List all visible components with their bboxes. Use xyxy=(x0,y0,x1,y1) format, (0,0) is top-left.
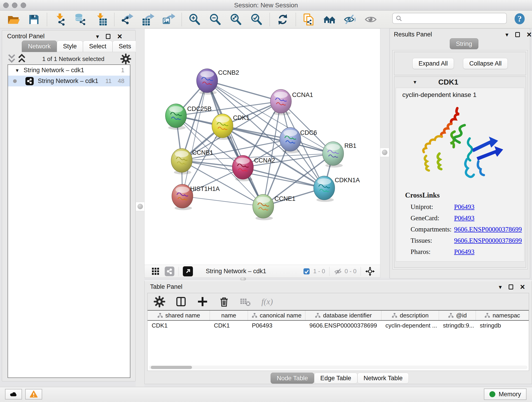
open-session-icon[interactable] xyxy=(6,13,20,26)
column-header--id[interactable]: @id xyxy=(439,310,476,320)
tab-sets[interactable]: Sets xyxy=(113,41,137,52)
table-cell[interactable]: 9606.ENSP00000378699 xyxy=(305,320,381,331)
divider-handle[interactable] xyxy=(380,148,389,157)
zoom-selected-icon[interactable] xyxy=(250,13,264,26)
import-database-icon[interactable] xyxy=(74,13,88,26)
node-RB1[interactable]: RB1 xyxy=(323,142,356,167)
zoom-in-icon[interactable] xyxy=(188,13,202,26)
table-row[interactable]: CDK1CDK1P064939606.ENSP00000378699cyclin… xyxy=(147,320,529,331)
panel-divider-left[interactable] xyxy=(136,28,144,387)
save-session-icon[interactable] xyxy=(27,13,41,26)
network-row-selected[interactable]: String Network – cdk1 11 48 xyxy=(8,76,130,86)
memory-button[interactable]: Memory xyxy=(484,389,526,400)
table-cell[interactable]: stringdb:9... xyxy=(439,320,476,331)
table-panel-close-icon[interactable]: × xyxy=(520,284,525,290)
function-builder-icon: f(x) xyxy=(261,295,273,308)
table-cell[interactable]: CDK1 xyxy=(210,320,248,331)
help-button[interactable]: ? xyxy=(513,12,526,26)
export-image-icon[interactable] xyxy=(162,13,176,26)
table-horizontal-scrollbar[interactable] xyxy=(149,366,527,369)
tab-network[interactable]: Network xyxy=(22,41,57,52)
column-header-shared-name[interactable]: shared name xyxy=(147,310,210,320)
search-box[interactable] xyxy=(392,13,507,24)
crosslink-value-link[interactable]: 9606.ENSP00000378699 xyxy=(454,237,522,244)
export-table-icon[interactable] xyxy=(141,13,155,26)
zoom-fit-icon[interactable] xyxy=(229,13,243,26)
tab-style[interactable]: Style xyxy=(57,41,83,52)
node-CDKN1A[interactable]: CDKN1A xyxy=(314,176,360,202)
share-network-icon[interactable] xyxy=(165,267,174,276)
column-header-name[interactable]: name xyxy=(210,310,248,320)
node-CCNB1[interactable]: CCNB1 xyxy=(171,148,213,174)
expand-all-button[interactable]: Expand All xyxy=(412,58,454,69)
network-canvas[interactable]: CCNB2CCNA1CDC25BCDK1CDC6RB1CCNB1CCNA2CDK… xyxy=(145,29,380,265)
add-column-icon[interactable] xyxy=(196,295,209,308)
node-CDC6[interactable]: CDC6 xyxy=(280,128,317,153)
network-view-title: String Network – cdk1 xyxy=(206,268,266,275)
cloud-button[interactable] xyxy=(5,389,22,400)
crosslink-value-link[interactable]: 9606.ENSP00000378699 xyxy=(454,225,522,233)
home-icon[interactable] xyxy=(323,13,336,26)
panel-divider-right[interactable] xyxy=(380,28,389,278)
table-panel-float-icon[interactable] xyxy=(509,284,513,289)
divider-handle[interactable] xyxy=(136,202,145,211)
external-link-icon[interactable] xyxy=(183,266,193,276)
network-options-gear-icon[interactable] xyxy=(120,54,132,64)
export-network-icon[interactable] xyxy=(120,13,134,26)
column-header-description[interactable]: description xyxy=(381,310,439,320)
graphics-details-icon[interactable] xyxy=(343,13,357,26)
control-panel-close-icon[interactable]: × xyxy=(117,33,122,40)
table-cell[interactable]: cyclin-dependent ... xyxy=(381,320,439,331)
import-table-icon[interactable] xyxy=(94,13,108,26)
control-panel-float-icon[interactable] xyxy=(106,34,110,39)
table-cell[interactable]: P06493 xyxy=(248,320,305,331)
delete-column-icon[interactable] xyxy=(218,295,230,308)
results-panel-close-icon[interactable]: × xyxy=(527,32,532,38)
network-collection-row[interactable]: ▾ String Network – cdk1 1 xyxy=(8,65,130,76)
crosslink-value-link[interactable]: P06493 xyxy=(454,248,475,255)
scrollbar-thumb[interactable] xyxy=(151,366,192,369)
tree-expand-icon[interactable]: ▾ xyxy=(16,67,19,74)
import-network-icon[interactable] xyxy=(53,13,67,26)
gene-expand-icon[interactable]: ▾ xyxy=(413,79,416,85)
collapse-all-button[interactable]: Collapse All xyxy=(463,58,508,69)
table-cell[interactable]: stringdb xyxy=(476,320,529,331)
network-view[interactable]: CCNB2CCNA1CDC25BCDK1CDC6RB1CCNB1CCNA2CDK… xyxy=(144,28,380,278)
tab-edge-table[interactable]: Edge Table xyxy=(314,373,357,384)
crosslink-value-link[interactable]: P06493 xyxy=(454,203,475,211)
search-input[interactable] xyxy=(404,15,503,22)
column-header-database-identifier[interactable]: database identifier xyxy=(305,310,381,320)
refresh-network-icon[interactable] xyxy=(276,13,290,26)
node-CDK1[interactable]: CDK1 xyxy=(212,114,249,140)
gene-header-row[interactable]: ▾ CDK1 xyxy=(394,77,526,87)
clone-network-icon[interactable] xyxy=(302,13,316,26)
column-header-canonical-name[interactable]: canonical name xyxy=(248,310,305,320)
divider-handle[interactable] xyxy=(240,277,246,281)
chevron-double-down-icon[interactable] xyxy=(7,54,17,64)
eye-gray-icon[interactable] xyxy=(364,13,378,26)
hidden-eye-slash-icon[interactable] xyxy=(334,267,342,276)
control-panel-collapse-icon[interactable]: ▾ xyxy=(96,33,99,39)
tab-select[interactable]: Select xyxy=(83,41,113,52)
results-panel-float-icon[interactable] xyxy=(515,32,520,37)
node-CCNA1[interactable]: CCNA1 xyxy=(270,89,313,115)
node-HIST1H1A[interactable]: HIST1H1A xyxy=(172,184,220,210)
grid-view-icon[interactable] xyxy=(151,267,161,276)
tab-string[interactable]: String xyxy=(450,38,478,49)
selected-checkbox-icon[interactable] xyxy=(303,268,310,275)
zoom-out-icon[interactable] xyxy=(209,13,222,26)
tab-node-table[interactable]: Node Table xyxy=(271,373,314,384)
chevron-double-up-icon[interactable] xyxy=(17,54,27,64)
column-header-namespac[interactable]: namespac xyxy=(476,310,529,320)
split-columns-icon[interactable] xyxy=(175,295,187,308)
tab-network-table[interactable]: Network Table xyxy=(357,373,409,384)
warning-button[interactable] xyxy=(25,389,42,400)
settings-gear-icon[interactable] xyxy=(153,295,166,308)
table-cell[interactable]: CDK1 xyxy=(147,320,210,331)
results-panel-collapse-icon[interactable]: ▾ xyxy=(505,32,508,38)
edge-CCNB2-HIST1H1A[interactable] xyxy=(182,81,207,196)
edge-HIST1H1A-CCNE1[interactable] xyxy=(182,196,263,206)
crosshair-icon[interactable] xyxy=(365,266,375,276)
crosslink-value-link[interactable]: P06493 xyxy=(454,214,475,222)
table-panel-collapse-icon[interactable]: ▾ xyxy=(499,284,502,290)
